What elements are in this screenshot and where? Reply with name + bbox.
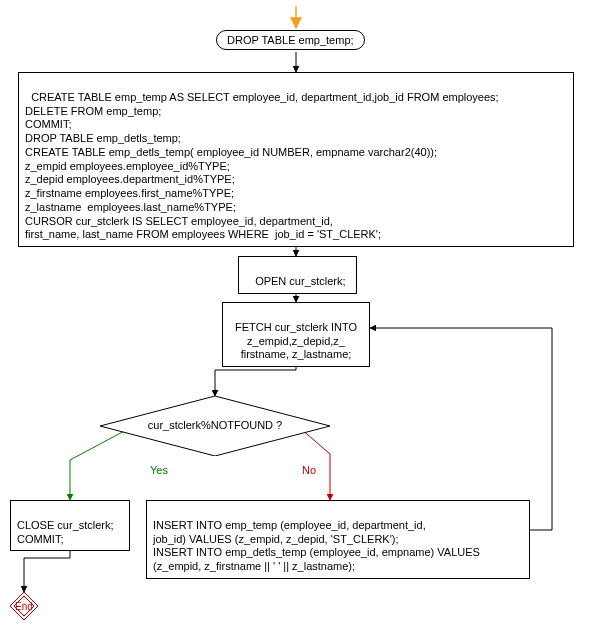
- decision-text: cur_stclerk%NOTFOUND ?: [148, 419, 282, 431]
- drop-table-text: DROP TABLE emp_temp;: [227, 34, 354, 46]
- close-block-node: CLOSE cur_stclerk; COMMIT;: [10, 500, 130, 551]
- close-block-text: CLOSE cur_stclerk; COMMIT;: [17, 519, 114, 545]
- create-block-text: CREATE TABLE emp_temp AS SELECT employee…: [25, 91, 499, 241]
- fetch-cursor-node: FETCH cur_stclerk INTO z_empid,z_depid,z…: [222, 302, 370, 367]
- open-cursor-text: OPEN cur_stclerk;: [255, 275, 345, 287]
- open-cursor-node: OPEN cur_stclerk;: [238, 256, 357, 294]
- end-label: End: [15, 601, 33, 612]
- yes-label: Yes: [150, 464, 168, 476]
- insert-block-text: INSERT INTO emp_temp (employee_id, depar…: [153, 519, 480, 572]
- create-block-node: CREATE TABLE emp_temp AS SELECT employee…: [18, 72, 574, 247]
- no-label: No: [302, 464, 316, 476]
- decision-label: cur_stclerk%NOTFOUND ?: [115, 419, 315, 431]
- fetch-cursor-text: FETCH cur_stclerk INTO z_empid,z_depid,z…: [235, 321, 357, 361]
- insert-block-node: INSERT INTO emp_temp (employee_id, depar…: [146, 500, 530, 579]
- drop-table-node: DROP TABLE emp_temp;: [216, 30, 365, 50]
